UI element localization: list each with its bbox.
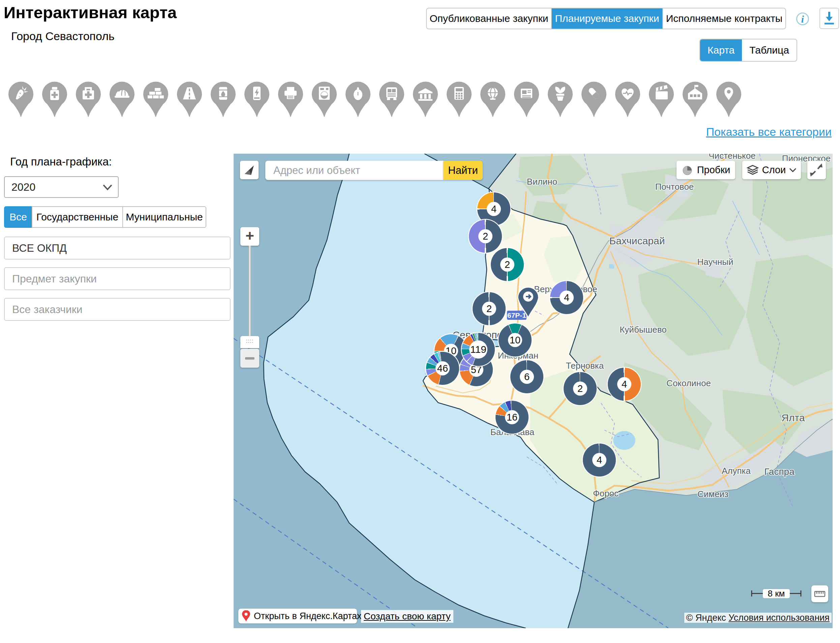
svg-text:Почтовое: Почтовое <box>655 182 694 192</box>
svg-text:Чистенькое: Чистенькое <box>709 154 755 161</box>
svg-text:Куйбышево: Куйбышево <box>619 325 667 335</box>
svg-text:Научный: Научный <box>697 257 733 267</box>
svg-text:Ялта: Ялта <box>781 412 805 423</box>
svg-text:Терновка: Терновка <box>566 361 604 371</box>
svg-text:Алупка: Алупка <box>722 466 751 476</box>
svg-text:Бахчисарай: Бахчисарай <box>610 235 665 246</box>
svg-text:Гаспра: Гаспра <box>764 467 794 477</box>
svg-text:Форос: Форос <box>593 488 619 498</box>
svg-text:Вилино: Вилино <box>527 176 557 187</box>
svg-text:Симеиз: Симеиз <box>698 489 729 499</box>
svg-text:Соколиное: Соколиное <box>667 378 711 388</box>
